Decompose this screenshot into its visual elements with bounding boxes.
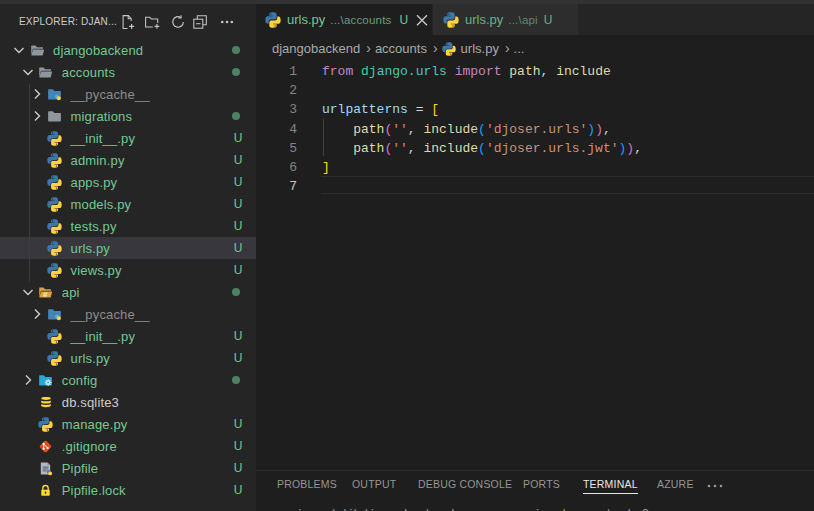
svg-text:#: # [43,290,48,299]
